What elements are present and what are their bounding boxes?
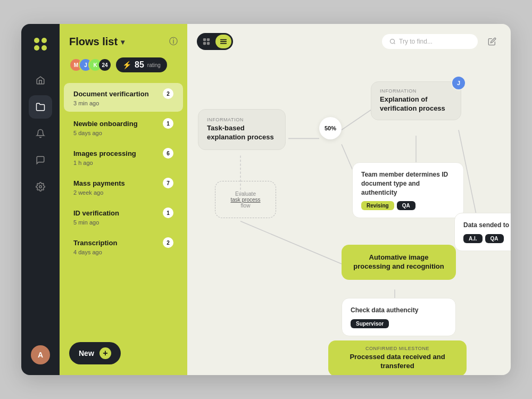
flow-name-transcription: Transcription — [73, 239, 117, 247]
evaluate-node: Evaluate task process flow — [215, 181, 276, 218]
flows-list: Document verificartion 2 3 min ago Newbi… — [60, 80, 187, 335]
flow-time-transcription: 4 days ago — [73, 249, 173, 255]
evaluate-line3: flow — [241, 203, 251, 209]
task-node-label: INFORMATION — [207, 117, 277, 122]
flow-time-newbie: 5 days ago — [73, 130, 173, 136]
svg-point-3 — [41, 45, 47, 51]
info-node-label: INFORMATION — [380, 88, 452, 94]
check-node-title: Check data authencity — [351, 306, 447, 315]
info-node-avatar: J — [451, 76, 466, 90]
percent-value: 50% — [325, 125, 336, 131]
percent-bubble: 50% — [319, 117, 342, 139]
evaluate-text: Evaluate task process flow — [230, 191, 260, 209]
avatar-count: 24 — [99, 59, 111, 71]
flows-list-label: Flows list — [69, 36, 118, 48]
ai-node-title: Data sended to A.I. — [463, 221, 511, 230]
ai-tags: A.I. QA — [463, 234, 511, 243]
flow-badge-transcription: 2 — [163, 237, 173, 248]
flow-item-newbie[interactable]: Newbie onboarding 1 5 days ago — [64, 113, 183, 142]
sidebar-title: Flows list ▾ — [69, 36, 124, 48]
nav-item-folder[interactable] — [29, 95, 52, 119]
view-list-button[interactable] — [215, 35, 231, 48]
tag-ai: A.I. — [463, 234, 483, 243]
flow-name-images: Images processing — [73, 149, 136, 157]
new-button-label: New — [79, 349, 94, 358]
rating-label: rating — [147, 62, 161, 68]
svg-line-14 — [342, 110, 371, 130]
rating-value: 85 — [135, 60, 144, 70]
nav-item-bell[interactable] — [29, 122, 52, 145]
flow-time-mass: 2 week ago — [73, 189, 173, 196]
new-flow-button[interactable]: New + — [69, 342, 121, 364]
nav-user-avatar[interactable]: A — [31, 345, 50, 364]
app-container: A Flows list ▾ ⓘ M J K 24 ⚡ 85 rating — [21, 24, 511, 375]
svg-point-2 — [34, 45, 39, 51]
svg-rect-5 — [203, 38, 206, 41]
flow-diagram: INFORMATION Task-based explanation proce… — [187, 56, 511, 375]
nav-item-settings[interactable] — [29, 175, 52, 198]
view-toggle — [197, 33, 233, 50]
tag-qa-2: QA — [485, 234, 504, 243]
flow-badge-mass: 7 — [163, 178, 173, 188]
team-tags: Revising QA — [361, 201, 455, 210]
flow-item-id[interactable]: ID verification 1 5 min ago — [64, 202, 183, 231]
new-plus-icon: + — [99, 347, 111, 359]
flow-time-id: 5 min ago — [73, 219, 173, 226]
svg-point-0 — [34, 38, 39, 43]
search-bar[interactable]: Try to find... — [382, 34, 478, 49]
svg-rect-7 — [203, 42, 206, 45]
flow-badge-id: 1 — [163, 207, 173, 218]
auto-node: Automative image processing and recognit… — [342, 245, 456, 280]
milestone-node: CONFIRMED MILESTONE Processed data recei… — [328, 340, 467, 375]
tag-revising: Revising — [361, 201, 394, 210]
nav-item-chat[interactable] — [29, 148, 52, 172]
check-node: Check data authencity Supervisor — [342, 298, 456, 336]
tag-supervisor: Supervisor — [351, 319, 389, 328]
svg-line-17 — [240, 221, 342, 264]
svg-rect-6 — [207, 38, 210, 41]
flow-item-transcription[interactable]: Transcription 2 4 days ago — [64, 232, 183, 261]
flow-name-newbie: Newbie onboarding — [73, 120, 138, 128]
nav-items — [29, 69, 52, 345]
flow-name-document: Document verificartion — [73, 90, 149, 98]
svg-rect-11 — [220, 43, 227, 44]
flow-time-images: 1 h ago — [73, 160, 173, 166]
svg-point-12 — [390, 39, 395, 44]
rating-icon: ⚡ — [122, 61, 131, 69]
flow-item-document[interactable]: Document verificartion 2 3 min ago — [64, 83, 183, 112]
svg-point-1 — [41, 38, 47, 43]
info-node-title: Explanation of verification process — [380, 95, 452, 113]
team-node: Team member determines ID document type … — [352, 162, 464, 218]
nav-logo — [31, 35, 50, 54]
info-icon[interactable]: ⓘ — [169, 36, 178, 47]
ai-node: K Data sended to A.I. A.I. QA — [454, 213, 511, 251]
check-tags: Supervisor — [351, 319, 447, 328]
left-nav: A — [21, 24, 60, 375]
flow-badge-document: 2 — [163, 88, 173, 99]
main-canvas: Try to find... — [187, 24, 511, 375]
flow-item-mass[interactable]: Mass payments 7 2 week ago — [64, 172, 183, 201]
avatars-group: M J K 24 — [69, 58, 111, 72]
flow-name-mass: Mass payments — [73, 179, 125, 187]
flow-time-document: 3 min ago — [73, 100, 173, 106]
tag-qa-1: QA — [397, 201, 415, 210]
flow-badge-images: 6 — [163, 148, 173, 159]
evaluate-line1: Evaluate — [235, 191, 256, 197]
view-grid-button[interactable] — [198, 35, 214, 48]
edit-icon-button[interactable] — [483, 32, 501, 51]
rating-chip: ⚡ 85 rating — [116, 57, 167, 72]
dropdown-arrow-icon[interactable]: ▾ — [121, 38, 124, 46]
milestone-title: Processed data received and transfered — [337, 353, 458, 371]
flow-name-id: ID verification — [73, 209, 119, 217]
search-placeholder: Try to find... — [399, 38, 433, 45]
auto-node-title: Automative image processing and recognit… — [350, 253, 447, 271]
svg-rect-8 — [207, 42, 210, 45]
task-node-title: Task-based explanation process — [207, 124, 277, 142]
team-node-title: Team member determines ID document type … — [361, 170, 455, 197]
task-node: INFORMATION Task-based explanation proce… — [198, 109, 286, 150]
nav-item-home[interactable] — [29, 69, 52, 92]
canvas-toolbar: Try to find... — [187, 24, 511, 56]
flow-item-images[interactable]: Images processing 6 1 h ago — [64, 143, 183, 171]
evaluate-line2: task process — [230, 197, 260, 203]
sidebar-header: Flows list ▾ ⓘ — [60, 24, 187, 54]
